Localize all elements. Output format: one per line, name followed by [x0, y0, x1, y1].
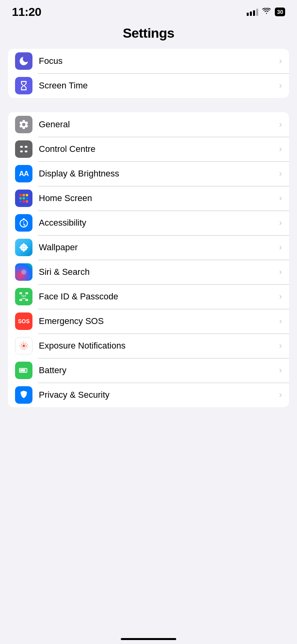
settings-row-emergency-sos[interactable]: SOS Emergency SOS ›: [8, 309, 289, 334]
svg-rect-9: [26, 197, 28, 199]
wallpaper-icon: [15, 239, 32, 256]
svg-rect-7: [19, 197, 22, 199]
battery-label: Battery: [39, 365, 276, 376]
settings-group-1: Focus › Screen Time ›: [8, 49, 289, 98]
privacy-security-icon: [15, 386, 32, 404]
battery-chevron: ›: [279, 365, 282, 376]
status-bar: 11:20 30: [0, 0, 297, 21]
exposure-icon: [15, 337, 32, 355]
home-screen-chevron: ›: [279, 193, 282, 203]
display-brightness-chevron: ›: [279, 169, 282, 179]
face-id-icon: [15, 288, 32, 305]
svg-rect-0: [20, 146, 23, 148]
home-indicator: [121, 638, 176, 640]
settings-row-control-centre[interactable]: Control Centre ›: [8, 137, 289, 161]
control-centre-icon: [15, 140, 32, 158]
svg-rect-25: [20, 293, 22, 294]
home-screen-label: Home Screen: [39, 193, 276, 203]
svg-rect-2: [20, 151, 23, 153]
screen-time-label: Screen Time: [39, 80, 276, 91]
settings-row-face-id[interactable]: Face ID & Passcode ›: [8, 284, 289, 309]
wallpaper-label: Wallpaper: [39, 242, 276, 253]
accessibility-icon: [15, 214, 32, 232]
privacy-security-chevron: ›: [279, 390, 282, 400]
svg-rect-1: [25, 146, 27, 148]
wallpaper-chevron: ›: [279, 242, 282, 253]
page-title: Settings: [123, 25, 174, 40]
display-brightness-label: Display & Brightness: [39, 169, 276, 179]
screen-time-icon: [15, 77, 32, 94]
svg-point-24: [22, 270, 26, 274]
settings-group-2: General › Control Centre › AA Display & …: [8, 112, 289, 407]
settings-row-battery[interactable]: Battery ›: [8, 358, 289, 383]
svg-rect-12: [26, 200, 28, 203]
settings-row-wallpaper[interactable]: Wallpaper ›: [8, 235, 289, 260]
settings-row-home-screen[interactable]: Home Screen ›: [8, 186, 289, 211]
settings-row-accessibility[interactable]: Accessibility ›: [8, 211, 289, 235]
settings-row-screen-time[interactable]: Screen Time ›: [8, 73, 289, 98]
svg-rect-26: [26, 293, 28, 294]
emergency-sos-label: Emergency SOS: [39, 316, 276, 326]
svg-point-32: [23, 345, 25, 347]
svg-point-14: [23, 246, 25, 249]
face-id-chevron: ›: [279, 291, 282, 302]
svg-rect-3: [25, 151, 27, 153]
accessibility-label: Accessibility: [39, 218, 276, 228]
screen-time-chevron: ›: [279, 80, 282, 91]
focus-label: Focus: [39, 56, 276, 66]
settings-row-siri-search[interactable]: Siri & Search ›: [8, 260, 289, 284]
svg-rect-28: [26, 299, 28, 301]
control-centre-label: Control Centre: [39, 144, 276, 154]
svg-rect-4: [19, 194, 22, 196]
wifi-icon: [262, 8, 271, 16]
svg-rect-11: [23, 200, 25, 203]
settings-row-focus[interactable]: Focus ›: [8, 49, 289, 73]
signal-icon: [247, 8, 258, 16]
siri-search-label: Siri & Search: [39, 267, 276, 277]
siri-search-icon: [15, 263, 32, 281]
svg-rect-8: [23, 197, 25, 199]
focus-chevron: ›: [279, 56, 282, 66]
settings-row-exposure[interactable]: Exposure Notifications ›: [8, 334, 289, 358]
svg-rect-6: [26, 194, 28, 196]
siri-search-chevron: ›: [279, 267, 282, 277]
status-time: 11:20: [12, 5, 41, 19]
emergency-sos-icon: SOS: [15, 312, 32, 330]
home-screen-icon: [15, 190, 32, 207]
exposure-label: Exposure Notifications: [39, 341, 276, 351]
svg-rect-10: [19, 200, 22, 203]
battery-status: 30: [275, 8, 285, 16]
accessibility-chevron: ›: [279, 218, 282, 228]
general-icon: [15, 116, 32, 133]
svg-rect-36: [20, 369, 25, 372]
svg-rect-5: [23, 194, 25, 196]
settings-row-display-brightness[interactable]: AA Display & Brightness ›: [8, 161, 289, 186]
battery-icon: [15, 362, 32, 379]
control-centre-chevron: ›: [279, 144, 282, 154]
face-id-label: Face ID & Passcode: [39, 291, 276, 302]
svg-rect-27: [20, 299, 22, 301]
svg-point-30: [25, 295, 26, 297]
page-header: Settings: [0, 21, 297, 49]
settings-row-general[interactable]: General ›: [8, 112, 289, 137]
general-label: General: [39, 119, 276, 130]
emergency-sos-chevron: ›: [279, 316, 282, 326]
display-brightness-icon: AA: [15, 165, 32, 182]
general-chevron: ›: [279, 119, 282, 130]
exposure-chevron: ›: [279, 341, 282, 351]
settings-row-privacy-security[interactable]: Privacy & Security ›: [8, 383, 289, 407]
svg-point-29: [22, 295, 23, 297]
privacy-security-label: Privacy & Security: [39, 390, 276, 400]
status-icons: 30: [247, 8, 285, 16]
focus-icon: [15, 52, 32, 70]
